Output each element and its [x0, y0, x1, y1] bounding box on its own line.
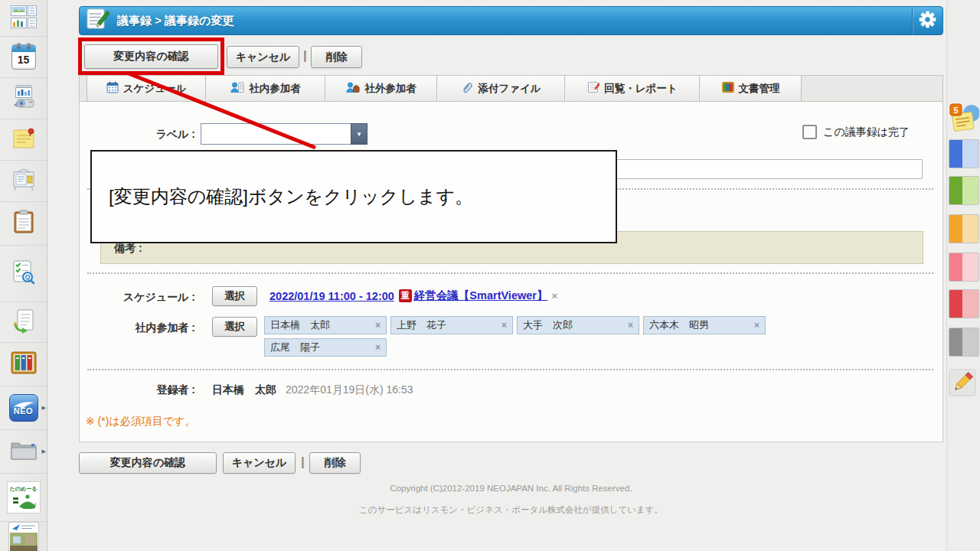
sidebar-item-cabinet[interactable]: ▶: [0, 430, 47, 474]
schedule-select-button[interactable]: 選択: [212, 286, 257, 306]
schedule-remove-icon[interactable]: ×: [551, 290, 557, 302]
remarks-label: 備考 :: [114, 242, 142, 256]
person-document-icon: [230, 81, 244, 96]
participants-row-label: 社内参加者 :: [79, 321, 195, 335]
important-badge: 重: [399, 289, 412, 302]
complete-checkbox[interactable]: [802, 125, 817, 139]
chevron-down-icon[interactable]: ▼: [351, 123, 368, 145]
sidebar-item-portal[interactable]: [0, 0, 47, 37]
settings-button[interactable]: [913, 7, 942, 34]
label-swatch-orange[interactable]: [949, 214, 979, 243]
label-swatch-green[interactable]: [949, 176, 979, 205]
label-select-value: [201, 123, 351, 145]
remove-participant-icon[interactable]: ×: [375, 342, 381, 353]
tab-internal-participants[interactable]: 社内参加者: [206, 76, 325, 101]
label-select[interactable]: ▼: [201, 123, 368, 145]
participant-chip: 上野 花子 ×: [390, 316, 513, 334]
sidebar-item-facility[interactable]: [0, 78, 47, 119]
participant-chip: 日本橋 太郎 ×: [264, 316, 387, 334]
tab-bar: スケジュール 社内参加者 社外参: [79, 75, 943, 102]
sidebar-item-survey[interactable]: Q: [0, 246, 47, 302]
sidebar-item-tanomail[interactable]: たのめーる: [0, 474, 47, 522]
registrant-row-label: 登録者 :: [79, 383, 195, 397]
tab-document-management[interactable]: 文書管理: [700, 76, 802, 101]
edit-labels-shortcut[interactable]: [949, 369, 979, 399]
expand-arrow-icon[interactable]: ▶: [42, 405, 46, 411]
complete-checkbox-row[interactable]: この議事録は完了: [802, 125, 910, 139]
sidebar-item-desknets-neo[interactable]: NEO ▶: [0, 386, 47, 430]
sidebar-item-workflow[interactable]: [0, 302, 47, 343]
app-frame: 15: [0, 0, 980, 551]
books-icon: [722, 81, 734, 96]
registrant-name: 日本橋 太郎: [212, 383, 276, 397]
cancel-button-bottom[interactable]: キャンセル: [223, 452, 296, 474]
required-note: ※ (*)は必須項目です。: [86, 415, 195, 429]
cancel-button[interactable]: キャンセル: [227, 46, 299, 68]
schedule-title-link[interactable]: 経営会議【SmartViewer】: [414, 289, 548, 303]
label-swatch-gray[interactable]: [949, 328, 979, 357]
label-swatch-red[interactable]: [949, 289, 979, 318]
sidebar-item-schedule[interactable]: 15: [0, 37, 47, 78]
remove-participant-icon[interactable]: ×: [628, 320, 633, 331]
delete-button[interactable]: 削除: [311, 46, 362, 68]
minutes-icon: [87, 8, 109, 33]
folder-icon: [10, 439, 38, 465]
survey-check-icon: Q: [12, 259, 35, 288]
label-swatch-blue[interactable]: [949, 139, 979, 168]
toolbar-separator: |: [303, 48, 307, 64]
provider-text: このサービスはリスモン・ビジネス・ポータル株式会社が提供しています。: [79, 504, 943, 516]
participant-chip: 広尾 陽子 ×: [264, 338, 387, 357]
pencil-icon: [949, 386, 976, 399]
participants-select-button[interactable]: 選択: [212, 317, 257, 337]
tab-review-report[interactable]: 回覧・レポート: [565, 76, 700, 101]
calendar-icon: 15: [11, 44, 36, 70]
tab-external-participants[interactable]: 社外参加者: [325, 76, 437, 101]
copyright-text: Copyright (C)2012-2019 NEOJAPAN Inc. All…: [79, 484, 943, 493]
bookshelf-icon: [11, 351, 37, 377]
sidebar-item-banner[interactable]: [0, 522, 47, 551]
sidebar-item-circular[interactable]: [0, 161, 47, 202]
separator: [87, 369, 933, 370]
sidebar-item-report[interactable]: [0, 202, 47, 246]
notification-shortcut[interactable]: 5: [949, 103, 979, 139]
participant-chip: 大手 次郎 ×: [517, 316, 639, 334]
tab-schedule[interactable]: スケジュール: [87, 76, 206, 101]
banner-image: [8, 522, 39, 551]
page-title: 議事録 > 議事録の変更: [117, 14, 234, 28]
notification-note-icon: 5: [949, 126, 979, 139]
remove-participant-icon[interactable]: ×: [501, 320, 507, 331]
notification-badge: 5: [953, 106, 958, 115]
projector-icon: [11, 84, 37, 113]
expand-arrow-icon[interactable]: ▶: [42, 448, 46, 455]
instruction-text: [変更内容の確認]ボタンをクリックします。: [109, 184, 473, 209]
separator: [87, 272, 933, 274]
left-app-rail: 15: [0, 0, 47, 551]
confirm-changes-button[interactable]: 変更内容の確認: [84, 44, 218, 69]
instruction-callout: [変更内容の確認]ボタンをクリックします。: [90, 150, 617, 243]
remove-participant-icon[interactable]: ×: [375, 320, 381, 331]
confirm-changes-button-bottom[interactable]: 変更内容の確認: [79, 452, 217, 474]
schedule-date-link[interactable]: 2022/01/19 11:00 - 12:00: [270, 290, 394, 302]
clipboard-icon: [13, 210, 34, 237]
registrant-datetime: 2022年01月19日(水) 16:53: [286, 383, 413, 397]
schedule-link-row: 2022/01/19 11:00 - 12:00 重 経営会議【SmartVie…: [270, 289, 557, 303]
workflow-icon: [12, 308, 35, 337]
calendar-icon: [106, 81, 119, 96]
delete-button-bottom[interactable]: 削除: [309, 452, 361, 474]
remove-participant-icon[interactable]: ×: [754, 320, 760, 331]
neo-logo-icon: NEO: [9, 394, 38, 422]
tanomail-logo: たのめーる: [7, 481, 41, 514]
sidebar-item-document-management[interactable]: [0, 343, 47, 386]
tab-attachments[interactable]: 添付ファイル: [437, 76, 565, 101]
registrant-info: 日本橋 太郎 2022年01月19日(水) 16:53: [212, 383, 413, 397]
sidebar-item-memo[interactable]: [0, 119, 47, 161]
gear-icon: [919, 11, 936, 31]
circular-board-icon: [11, 168, 36, 194]
participant-chips: 日本橋 太郎 × 上野 花子 × 大手 次郎 × 六本木 昭男 × 広尾 陽子 …: [264, 316, 792, 357]
toolbar-separator: |: [301, 455, 305, 470]
document-pencil-icon: [587, 81, 599, 96]
label-field-label: ラベル :: [79, 128, 195, 142]
complete-checkbox-label: この議事録は完了: [823, 126, 910, 139]
module-header: 議事録 > 議事録の変更: [79, 6, 943, 35]
label-swatch-pink[interactable]: [949, 253, 979, 282]
